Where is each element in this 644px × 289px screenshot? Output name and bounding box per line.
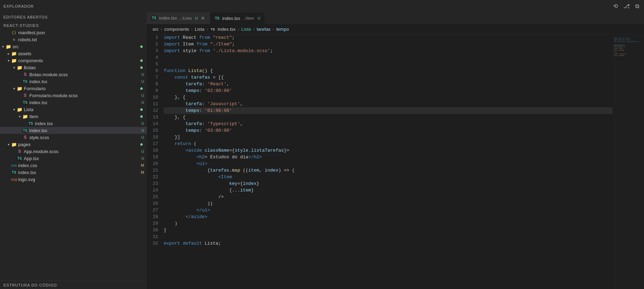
tree-item-item-index[interactable]: TS index.tsx U [0, 120, 147, 127]
pages-folder-icon: 📁 [11, 142, 17, 147]
tree-item-index-css[interactable]: css index.css M [0, 162, 147, 169]
code-line-1: import React from "react"; [164, 34, 613, 41]
app-tsx-badge: U [141, 156, 144, 160]
tree-item-formulario-index[interactable]: TS index.tsx U [0, 99, 147, 106]
svg-rect-0 [613, 34, 644, 289]
file-tree: { } manifest.json ≡ robots.txt 📁 src [0, 29, 147, 281]
app-tsx-filename: App.tsx [24, 156, 140, 161]
editores-abertos-header[interactable]: EDITORES ABERTOS [0, 12, 147, 21]
minimap-svg: import React from "react"; import Item f… [613, 34, 644, 289]
code-line-18: <aside className={style.listaTarefas}> [164, 147, 613, 154]
formulario-foldername: Formulario [24, 86, 140, 91]
tab-lista-label: index.tsx [159, 15, 177, 21]
svg-text:}, {: }, { [614, 51, 616, 53]
json-file-icon: { } [11, 30, 17, 35]
code-line-2: import Item from "./Item"; [164, 41, 613, 48]
tree-item-robots[interactable]: ≡ robots.txt [0, 36, 147, 43]
robots-filename: robots.txt [18, 37, 144, 42]
formulario-index-badge: U [141, 100, 144, 104]
content-area: TS index.tsx ...\Lista U ✕ TS index.tsx … [147, 12, 644, 289]
src-folder-icon: 📁 [6, 44, 11, 49]
code-line-29: ) [164, 220, 613, 227]
tree-item-pages[interactable]: 📁 pages [0, 141, 147, 148]
components-folder-icon: 📁 [11, 58, 17, 63]
tree-item-style-scss[interactable]: S style.scss U [0, 134, 147, 141]
index-css-badge: M [141, 163, 144, 167]
tab-lista-close[interactable]: ✕ [200, 15, 206, 21]
breadcrumb-tarefas[interactable]: tarefas [257, 27, 271, 32]
tree-item-lista[interactable]: 📁 Lista [0, 106, 147, 113]
tab-lista-path: ...\Lista [179, 16, 191, 20]
tree-item-src[interactable]: 📁 src [0, 43, 147, 50]
lista-index-badge: U [141, 128, 144, 132]
breadcrumb-indextsx[interactable]: index.tsx [218, 27, 235, 32]
tab-lista-icon: TS [151, 16, 157, 20]
breadcrumb-src[interactable]: src [153, 27, 158, 32]
tree-item-botao-index[interactable]: TS index.tsx U [0, 78, 147, 85]
botao-scss-badge: U [141, 72, 144, 77]
react-studies-header[interactable]: REACT-STUDIES [0, 21, 147, 29]
tree-item-item[interactable]: 📁 Item [0, 113, 147, 120]
formulario-folder-icon: 📁 [17, 86, 22, 91]
history-icon[interactable]: ⟲ [612, 2, 619, 10]
assets-folder-icon: 📁 [11, 51, 17, 56]
code-line-15: tempo: '03:00:00' [164, 127, 613, 134]
tab-lista[interactable]: TS index.tsx ...\Lista U ✕ [147, 12, 210, 24]
botao-chevron [11, 65, 17, 70]
tree-item-formulario[interactable]: 📁 Formulario [0, 85, 147, 92]
app-tsx-icon: TS [17, 156, 22, 161]
svg-text:import React from "react";: import React from "react"; [614, 37, 630, 39]
item-index-badge: U [141, 121, 144, 125]
breadcrumb-tempo[interactable]: tempo [276, 27, 289, 32]
breadcrumb-lista2[interactable]: Lista [241, 27, 251, 32]
line-numbers: 1234567891011121314151617181920212223242… [147, 34, 161, 289]
index-tsx-icon: TS [11, 169, 17, 175]
components-chevron [6, 58, 11, 63]
formulario-index-filename: index.tsx [29, 100, 140, 105]
breadcrumb-lista[interactable]: Lista [195, 27, 204, 32]
code-content[interactable]: import React from "react";import Item fr… [161, 34, 613, 289]
tree-item-lista-index[interactable]: TS index.tsx U [0, 127, 147, 134]
layout-icon[interactable]: ⧉ [634, 2, 641, 10]
tree-item-formulario-scss[interactable]: S Formulario.module.scss U [0, 92, 147, 99]
style-scss-badge: U [141, 135, 144, 139]
lista-dot [140, 108, 143, 111]
app-module-scss-badge: U [141, 149, 144, 153]
lista-chevron [11, 107, 17, 112]
code-line-11: tarefa: 'Javascript', [164, 101, 613, 107]
tab-item[interactable]: TS index.tsx ...\Item U [210, 12, 265, 24]
tree-item-botao[interactable]: 📁 Botao [0, 64, 147, 71]
tab-item-icon: TS [214, 16, 220, 21]
code-line-32: export default Lista; [164, 240, 613, 247]
tree-item-manifest[interactable]: { } manifest.json [0, 29, 147, 36]
tree-item-app-tsx[interactable]: TS App.tsx U [0, 155, 147, 162]
tab-item-path: ...\Item [242, 16, 254, 20]
tree-item-components[interactable]: 📁 components [0, 57, 147, 64]
tree-item-botao-scss[interactable]: S Botao.module.scss U [0, 71, 147, 78]
botao-folder-icon: 📁 [17, 65, 22, 70]
tree-item-index-tsx[interactable]: TS index.tsx M [0, 169, 147, 176]
code-line-24: {...item} [164, 187, 613, 194]
tree-item-assets[interactable]: 📁 assets [0, 50, 147, 57]
tab-item-label: index.tsx [222, 16, 240, 21]
bottom-section: ESTRUTURA DO CÓDIGO [0, 281, 147, 289]
sidebar: EDITORES ABERTOS REACT-STUDIES { } manif… [0, 12, 147, 289]
code-line-16: }] [164, 134, 613, 140]
index-css-icon: css [11, 162, 17, 168]
react-studies-label: REACT-STUDIES [3, 23, 39, 28]
code-line-31 [164, 233, 613, 240]
style-scss-filename: style.scss [29, 135, 140, 140]
src-dot [140, 45, 143, 48]
split-icon[interactable]: ⎇ [622, 2, 631, 10]
code-line-8: tarefa: 'React', [164, 81, 613, 87]
item-chevron [17, 114, 22, 119]
tree-item-logo-svg[interactable]: svg logo.svg [0, 176, 147, 183]
code-line-25: /> [164, 194, 613, 200]
breadcrumb-components[interactable]: components [164, 27, 189, 32]
txt-file-icon: ≡ [11, 37, 17, 42]
code-line-20: <ul> [164, 160, 613, 167]
components-dot [140, 59, 143, 62]
tree-item-app-module-scss[interactable]: S App.module.scss U [0, 148, 147, 155]
code-line-22: <Item [164, 174, 613, 180]
code-line-6: function Lista() { [164, 67, 613, 74]
